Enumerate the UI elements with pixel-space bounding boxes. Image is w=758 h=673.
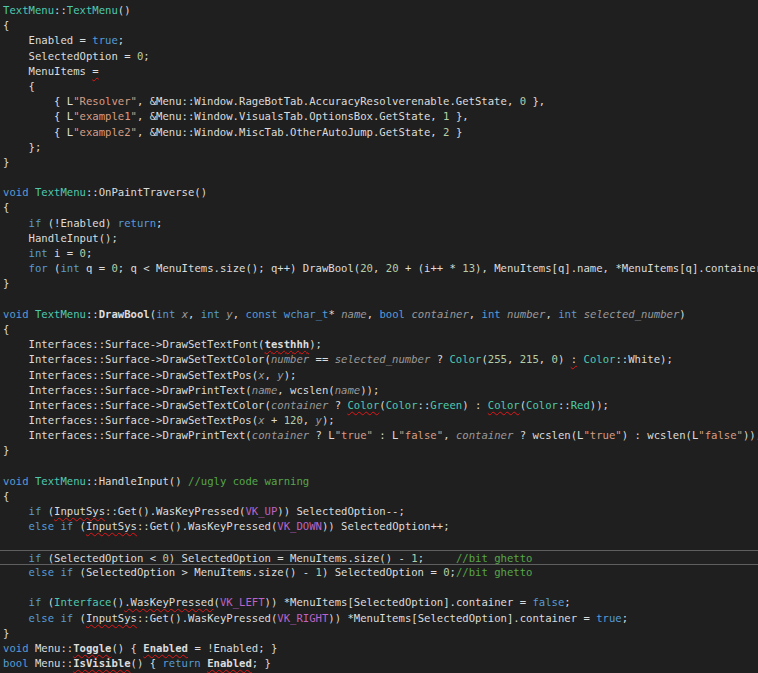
code-line[interactable]: int i = 0; xyxy=(3,246,758,261)
code-token: (SelectedOption < xyxy=(41,552,162,564)
code-line[interactable]: } xyxy=(3,155,758,170)
code-line[interactable]: { xyxy=(3,200,758,215)
code-line[interactable]: if (!Enabled) return; xyxy=(3,216,758,231)
code-line[interactable]: SelectedOption = 0; xyxy=(3,49,758,64)
code-line[interactable]: if (Interface().WasKeyPressed(VK_LEFT)) … xyxy=(3,595,758,610)
code-token: bool xyxy=(379,308,405,320)
code-token xyxy=(3,552,29,564)
code-line[interactable] xyxy=(3,580,758,595)
code-token: q = xyxy=(80,262,112,274)
code-line[interactable]: { xyxy=(3,18,758,33)
code-token: , xyxy=(545,308,558,320)
code-line[interactable]: Interfaces::Surface->DrawPrintText(name,… xyxy=(3,383,758,398)
code-line[interactable]: } xyxy=(3,276,758,291)
code-token: MenuItems xyxy=(3,65,92,77)
code-token: //bit ghetto xyxy=(456,566,533,578)
code-line[interactable]: Enabled = true; xyxy=(3,33,758,48)
code-token: , xyxy=(188,308,201,320)
code-token: :: xyxy=(86,308,99,320)
code-line[interactable] xyxy=(3,459,758,474)
code-line[interactable]: Interfaces::Surface->DrawSetTextColor(co… xyxy=(3,398,758,413)
code-token: Color xyxy=(488,399,520,411)
code-token: , xyxy=(469,308,482,320)
code-line[interactable]: } xyxy=(3,626,758,641)
code-token: } xyxy=(450,126,463,138)
code-token: )); xyxy=(590,399,609,411)
code-token: Interfaces::Surface->DrawSetTextPos( xyxy=(3,369,258,381)
code-token: Interfaces::Surface->DrawPrintText( xyxy=(3,384,252,396)
code-line[interactable]: } xyxy=(3,443,758,458)
code-token: "example1" xyxy=(73,110,137,122)
code-line[interactable]: { L"example2", &Menu::Window.MiscTab.Oth… xyxy=(3,125,758,140)
code-token: ( xyxy=(41,596,54,608)
code-token: ) SelectedOption = xyxy=(322,566,443,578)
code-line[interactable]: else if (InputSys::Get().WasKeyPressed(V… xyxy=(3,519,758,534)
code-line[interactable]: else if (SelectedOption > MenuItems.size… xyxy=(3,565,758,580)
code-token: Red xyxy=(571,399,590,411)
code-line[interactable]: { xyxy=(3,79,758,94)
code-token: "true" xyxy=(583,429,621,441)
code-token: ::OnPaintTraverse() xyxy=(86,186,207,198)
code-token: { L xyxy=(3,126,73,138)
code-line[interactable]: HandleInput(); xyxy=(3,231,758,246)
code-line[interactable]: { xyxy=(3,489,758,504)
code-token: ; q < MenuItems.size(); q++) DrawBool( xyxy=(118,262,360,274)
code-token: name xyxy=(335,384,361,396)
code-token: "true" xyxy=(335,429,373,441)
code-line[interactable]: else if (InputSys::Get().WasKeyPressed(V… xyxy=(3,611,758,626)
code-token: , &Menu::Window.VisualsTab.OptionsBox.Ge… xyxy=(137,110,443,122)
code-token: ; xyxy=(418,552,456,564)
code-token: )) *MenuItems[SelectedOption].container … xyxy=(328,612,596,624)
code-token: == xyxy=(309,353,335,365)
code-token: void xyxy=(3,642,29,654)
code-token xyxy=(3,505,29,517)
code-token: false xyxy=(532,596,564,608)
code-token: Color xyxy=(584,353,616,365)
code-token: + (i++ * xyxy=(399,262,463,274)
code-line[interactable]: Interfaces::Surface->DrawSetTextPos(x + … xyxy=(3,413,758,428)
code-token: () { xyxy=(131,657,163,669)
code-line[interactable]: for (int q = 0; q < MenuItems.size(); q+… xyxy=(3,261,758,276)
code-token: wchar_t xyxy=(284,308,329,320)
code-token: "example2" xyxy=(73,126,137,138)
code-line[interactable]: if (InputSys::Get().WasKeyPressed(VK_UP)… xyxy=(3,504,758,519)
code-line[interactable]: Interfaces::Surface->DrawSetTextPos(x, y… xyxy=(3,368,758,383)
code-token: + xyxy=(265,414,284,426)
code-line[interactable]: Interfaces::Surface->DrawSetTextColor(nu… xyxy=(3,352,758,367)
code-token: container xyxy=(252,429,309,441)
code-token: if xyxy=(60,566,73,578)
code-line[interactable] xyxy=(3,292,758,307)
code-token: TextMenu xyxy=(35,308,86,320)
code-token: ::HandleInput() xyxy=(86,475,188,487)
code-token: ( xyxy=(73,612,86,624)
code-line[interactable]: { L"example1", &Menu::Window.VisualsTab.… xyxy=(3,109,758,124)
code-editor[interactable]: TextMenu::TextMenu(){ Enabled = true; Se… xyxy=(0,0,758,673)
code-line[interactable]: { L"Resolver", &Menu::Window.RageBotTab.… xyxy=(3,94,758,109)
code-line[interactable]: void TextMenu::OnPaintTraverse() xyxy=(3,185,758,200)
code-line[interactable] xyxy=(3,170,758,185)
code-line[interactable]: { xyxy=(3,322,758,337)
code-line[interactable]: Interfaces::Surface->DrawPrintText(conta… xyxy=(3,428,758,443)
code-token: ); xyxy=(309,338,322,350)
code-token: selected_number xyxy=(584,308,680,320)
code-token: )) SelectedOption--; xyxy=(277,505,405,517)
code-token: , xyxy=(443,429,456,441)
code-token: int xyxy=(29,247,48,259)
code-line[interactable]: void TextMenu::DrawBool(int x, int y, co… xyxy=(3,307,758,322)
code-line[interactable]: Interfaces::Surface->DrawSetTextFont(tes… xyxy=(3,337,758,352)
code-line[interactable]: bool Menu::IsVisible() { return Enabled;… xyxy=(3,656,758,671)
code-line[interactable]: void TextMenu::HandleInput() //ugly code… xyxy=(3,474,758,489)
code-token: "Resolver" xyxy=(73,95,137,107)
code-token: ( xyxy=(73,520,86,532)
code-token: 20 xyxy=(386,262,399,274)
code-line[interactable]: }; xyxy=(3,140,758,155)
code-line[interactable] xyxy=(3,535,758,550)
code-token: VK_LEFT xyxy=(220,596,265,608)
code-line[interactable]: void Menu::Toggle() { Enabled = !Enabled… xyxy=(3,641,758,656)
code-line-current[interactable]: if (SelectedOption < 0) SelectedOption =… xyxy=(0,550,758,565)
code-token: container xyxy=(411,308,468,320)
code-token: SelectedOption = xyxy=(3,50,137,62)
code-line[interactable]: MenuItems = xyxy=(3,64,758,79)
code-line[interactable]: TextMenu::TextMenu() xyxy=(3,3,758,18)
code-token: ; xyxy=(86,247,92,259)
